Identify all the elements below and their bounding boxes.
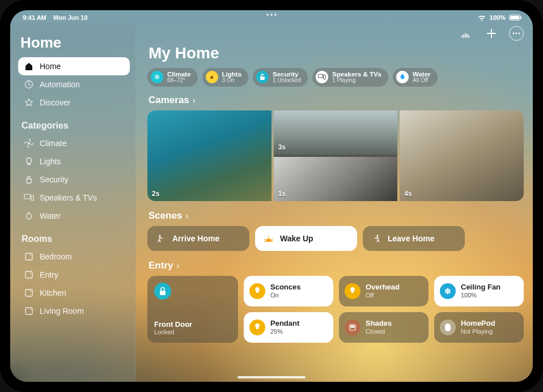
section-header-cameras[interactable]: Cameras ›: [149, 95, 524, 106]
sidebar-item-label: Bedroom: [40, 252, 72, 261]
battery-icon: [509, 15, 520, 20]
section-title: Entry: [149, 260, 173, 271]
tile-name: Shades: [366, 319, 392, 327]
section-header-scenes[interactable]: Scenes ›: [149, 210, 524, 221]
status-time: 9:41 AM: [23, 14, 46, 21]
camera-tile-living[interactable]: 4s: [400, 110, 524, 201]
tile-overhead[interactable]: OverheadOff: [339, 276, 429, 306]
bulb-icon: [249, 283, 265, 299]
scene-leave-home[interactable]: Leave Home: [363, 226, 465, 251]
bulb-icon: [24, 156, 34, 167]
sidebar-item-water[interactable]: Water: [18, 207, 130, 225]
fan-icon: [24, 138, 34, 148]
room-icon: [24, 288, 34, 298]
tile-sconces[interactable]: SconcesOn: [244, 276, 333, 306]
room-icon: [24, 270, 34, 280]
tile-shades[interactable]: ShadesClosed: [339, 312, 429, 343]
clock-icon: [24, 79, 34, 90]
svg-point-12: [30, 309, 31, 310]
multitask-dots[interactable]: [266, 14, 277, 16]
section-title: Cameras: [149, 95, 189, 106]
camera-timestamp: 4s: [404, 190, 412, 198]
scene-wake-up[interactable]: Wake Up: [255, 226, 357, 251]
sidebar: Home Home Automation Discover Categories…: [10, 23, 136, 382]
tile-status: On: [270, 292, 300, 299]
camera-tile-driveway[interactable]: 3s: [274, 110, 398, 155]
bulb-icon: [345, 283, 360, 299]
sidebar-item-security[interactable]: Security: [18, 171, 130, 189]
tile-front-door[interactable]: Front DoorLocked: [147, 276, 238, 343]
tile-status: Closed: [366, 328, 392, 335]
svg-point-15: [519, 33, 520, 35]
screen: 9:41 AM Mon Jun 10 100% Home Home: [10, 10, 533, 382]
scene-arrive-home[interactable]: Arrive Home: [147, 226, 249, 251]
tile-status: Locked: [154, 329, 192, 335]
section-header-entry[interactable]: Entry ›: [149, 260, 524, 271]
tv-speaker-icon: [24, 193, 34, 203]
tile-pendant[interactable]: Pendant25%: [244, 312, 333, 343]
camera-tile-stack: 3s 1s: [274, 110, 398, 201]
svg-rect-11: [26, 308, 32, 314]
tile-name: Ceiling Fan: [461, 283, 500, 291]
more-button[interactable]: [509, 26, 524, 41]
svg-rect-24: [445, 323, 451, 331]
sidebar-item-bedroom[interactable]: Bedroom: [18, 248, 130, 266]
toolbar: [459, 26, 524, 41]
chevron-right-icon: ›: [186, 211, 189, 220]
chip-security[interactable]: Security1 Unlocked: [253, 68, 308, 87]
tile-name: HomePod: [461, 319, 495, 327]
svg-rect-2: [27, 179, 32, 183]
svg-point-13: [513, 33, 515, 35]
chevron-right-icon: ›: [176, 261, 179, 270]
camera-grid: 2s 3s 1s 4s: [147, 110, 524, 201]
status-right: 100%: [477, 14, 520, 21]
sidebar-item-label: Entry: [40, 270, 58, 279]
house-icon: [24, 61, 34, 71]
tile-status: 25%: [270, 328, 299, 335]
add-button[interactable]: [484, 26, 499, 41]
announce-button[interactable]: [459, 26, 474, 41]
scene-label: Leave Home: [388, 234, 434, 243]
sidebar-item-speakers-tvs[interactable]: Speakers & TVs: [18, 189, 130, 207]
sidebar-item-discover[interactable]: Discover: [18, 93, 130, 112]
camera-tile-pool[interactable]: 2s: [147, 110, 272, 201]
bulb-icon: ●: [206, 71, 218, 83]
tile-ceiling-fan[interactable]: ✽ Ceiling Fan100%: [434, 276, 524, 306]
main-content: My Home ❄︎ Climate68–72° ● Lights3 On Se…: [136, 23, 533, 382]
svg-rect-5: [26, 253, 32, 260]
sidebar-item-lights[interactable]: Lights: [18, 152, 130, 171]
status-date: Mon Jun 10: [53, 14, 88, 21]
chip-speakers-tvs[interactable]: Speakers & TVs1 Playing: [312, 68, 388, 87]
sidebar-item-label: Lights: [40, 157, 61, 166]
section-title: Scenes: [149, 210, 183, 221]
sidebar-item-label: Speakers & TVs: [40, 193, 97, 202]
camera-tile-garage[interactable]: 1s: [274, 157, 398, 201]
sidebar-item-label: Discover: [40, 98, 70, 107]
chip-subtitle: 3 On: [222, 78, 242, 84]
star-icon: [24, 97, 34, 108]
chip-water[interactable]: WaterAll Off: [393, 68, 438, 87]
sidebar-item-automation[interactable]: Automation: [18, 75, 130, 93]
person-arrive-icon: [155, 233, 167, 244]
status-bar: 9:41 AM Mon Jun 10 100%: [10, 10, 533, 23]
sidebar-item-living-room[interactable]: Living Room: [18, 302, 130, 320]
sidebar-item-climate[interactable]: Climate: [18, 134, 130, 152]
svg-rect-21: [160, 291, 166, 295]
wifi-icon: [477, 15, 486, 21]
tile-status: 100%: [461, 292, 500, 299]
sidebar-item-home[interactable]: Home: [18, 57, 130, 75]
lock-icon: [154, 283, 171, 300]
lock-icon: [256, 71, 269, 83]
svg-point-8: [30, 272, 31, 274]
svg-rect-17: [319, 74, 323, 78]
tile-status: Off: [366, 292, 400, 299]
shades-icon: [345, 319, 360, 335]
tile-homepod[interactable]: HomePodNot Playing: [434, 312, 524, 343]
chip-lights[interactable]: ● Lights3 On: [202, 68, 249, 87]
scenes-row: Arrive Home Wake Up Leave Home: [147, 226, 524, 251]
sidebar-item-kitchen[interactable]: Kitchen: [18, 284, 130, 302]
home-indicator[interactable]: [237, 376, 306, 378]
sidebar-item-entry[interactable]: Entry: [18, 266, 130, 284]
battery-percent: 100%: [490, 14, 506, 21]
chip-climate[interactable]: ❄︎ Climate68–72°: [147, 68, 198, 87]
